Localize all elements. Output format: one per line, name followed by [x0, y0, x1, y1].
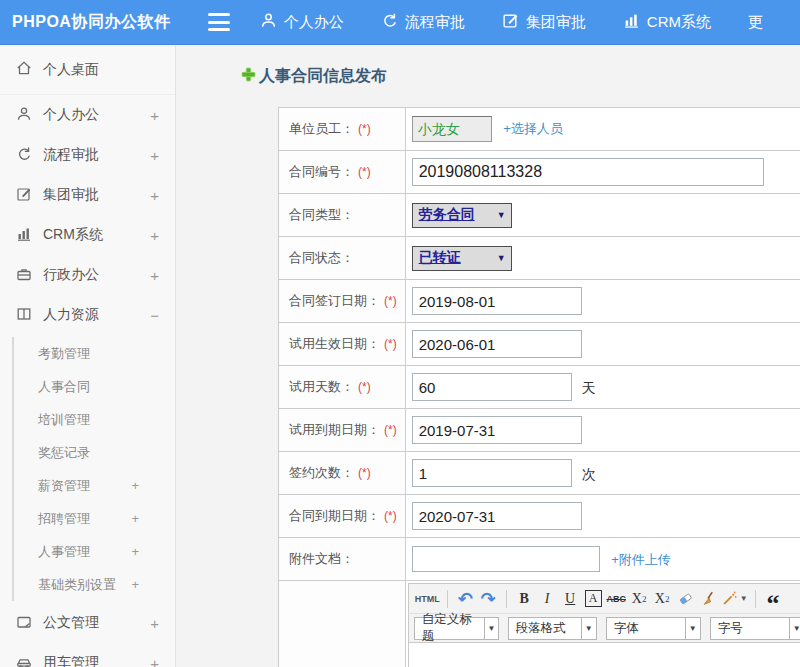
sidebar-item-workflow-approval[interactable]: 流程审批 + — [0, 135, 175, 175]
nav-crm-system[interactable]: CRM系统 — [623, 12, 711, 32]
strikethrough-button[interactable]: ABC — [606, 588, 627, 610]
field-label: 签约次数： — [289, 465, 354, 480]
select-person-link[interactable]: +选择人员 — [503, 121, 563, 136]
row-trial-start: 试用生效日期：(*) — [279, 323, 800, 366]
sidebar-subitem-base-category[interactable]: 基础类别设置 + — [14, 568, 175, 601]
toolbar-separator — [447, 590, 448, 608]
field-label: 合同签订日期： — [289, 293, 380, 308]
sidebar-subitem-personnel[interactable]: 人事管理 + — [14, 535, 175, 568]
row-editor: HTML ↶ ↷ B I U A ABC X2 X2 ▼ — [279, 581, 800, 667]
app-window: PHPOA协同办公软件 个人办公 流程审批 集团审批 CRM系统 更 — [0, 0, 800, 667]
toolbar-separator — [755, 590, 756, 608]
underline-button[interactable]: U — [560, 588, 581, 610]
user-icon — [260, 12, 284, 32]
sidebar-item-admin-office[interactable]: 行政办公 + — [0, 255, 175, 295]
row-trial-end: 试用到期日期：(*) — [279, 409, 800, 452]
contract-form: 单位员工：(*) 小龙女 +选择人员 合同编号：(*) 合同类型： 劳务合同 ▼ — [278, 107, 800, 667]
contract-status-select[interactable]: 已转证 ▼ — [412, 246, 512, 271]
sub-exp: 2 — [665, 594, 670, 604]
nav-label: 更 — [748, 13, 763, 32]
sidebar-subitem-attendance[interactable]: 考勤管理 — [14, 337, 175, 370]
menu-icon[interactable] — [208, 13, 229, 31]
nav-label: 个人办公 — [284, 13, 344, 32]
sidebar-hr-submenu: 考勤管理 人事合同 培训管理 奖惩记录 薪资管理 + 招聘管理 + 人事管理 + — [12, 337, 175, 601]
collapse-minus-icon[interactable]: − — [150, 307, 159, 324]
expand-plus-icon[interactable]: + — [150, 655, 159, 667]
expand-plus-icon[interactable]: + — [150, 147, 159, 164]
page-title: 人事合同信息发布 — [259, 66, 387, 87]
trial-days-input[interactable] — [412, 373, 572, 401]
attachment-upload-link[interactable]: +附件上传 — [611, 552, 671, 567]
sign-count-input[interactable] — [412, 459, 572, 487]
editor-content-area[interactable] — [408, 643, 800, 667]
eraser-icon[interactable] — [675, 588, 696, 610]
sidebar-item-hr[interactable]: 人力资源 − — [0, 295, 175, 335]
sidebar-subitem-training[interactable]: 培训管理 — [14, 403, 175, 436]
superscript-button[interactable]: X2 — [629, 588, 650, 610]
sidebar-item-official-doc[interactable]: 公文管理 + — [0, 603, 175, 643]
blockquote-button[interactable]: “ — [763, 588, 784, 610]
expand-plus-icon[interactable]: + — [131, 511, 139, 526]
nav-personal-office[interactable]: 个人办公 — [260, 12, 344, 32]
subscript-button[interactable]: X2 — [652, 588, 673, 610]
font-size-dropdown[interactable]: 字号 ▼ — [710, 617, 800, 640]
sidebar-item-personal-office[interactable]: 个人办公 + — [0, 95, 175, 135]
expand-plus-icon[interactable]: + — [150, 267, 159, 284]
sidebar-subitem-rewards[interactable]: 奖惩记录 — [14, 436, 175, 469]
unit-label: 次 — [582, 466, 596, 482]
sidebar-item-group-approval[interactable]: 集团审批 + — [0, 175, 175, 215]
sign-date-input[interactable] — [412, 287, 582, 315]
bold-button[interactable]: B — [514, 588, 535, 610]
field-label: 合同到期日期： — [289, 508, 380, 523]
expand-plus-icon[interactable]: + — [150, 187, 159, 204]
contract-end-input[interactable] — [412, 502, 582, 530]
custom-title-dropdown[interactable]: 自定义标题 ▼ — [414, 617, 499, 640]
font-color-button[interactable]: A — [583, 588, 604, 610]
paragraph-format-dropdown[interactable]: 段落格式 ▼ — [508, 617, 597, 640]
expand-plus-icon[interactable]: + — [131, 478, 139, 493]
trial-start-input[interactable] — [412, 330, 582, 358]
nav-workflow-approval[interactable]: 流程审批 — [381, 12, 465, 32]
editor-toolbar-row2: 自定义标题 ▼ 段落格式 ▼ 字体 ▼ 字号 ▼ — [408, 613, 800, 643]
italic-button[interactable]: I — [537, 588, 558, 610]
redo-icon[interactable]: ↷ — [478, 588, 499, 610]
contract-no-input[interactable] — [412, 158, 764, 186]
chart-icon — [16, 226, 43, 245]
undo-icon[interactable]: ↶ — [455, 588, 476, 610]
sidebar-subitem-hr-contract[interactable]: 人事合同 — [14, 370, 175, 403]
expand-plus-icon[interactable]: + — [150, 227, 159, 244]
dropdown-label: 字号 — [711, 618, 789, 639]
attachment-input[interactable] — [412, 546, 600, 572]
format-wand-icon[interactable]: ▼ — [721, 588, 748, 610]
clean-broom-icon[interactable] — [698, 588, 719, 610]
sidebar-subitem-label: 人事管理 — [38, 543, 90, 561]
sidebar-subitem-recruit[interactable]: 招聘管理 + — [14, 502, 175, 535]
expand-plus-icon[interactable]: + — [131, 544, 139, 559]
chevron-down-icon: ▼ — [497, 210, 506, 220]
html-source-button[interactable]: HTML — [415, 588, 440, 610]
add-plus-icon — [241, 67, 256, 86]
edit-icon — [502, 12, 526, 32]
sidebar-item-desktop[interactable]: 个人桌面 — [0, 45, 175, 95]
font-family-dropdown[interactable]: 字体 ▼ — [606, 617, 701, 640]
row-contract-end: 合同到期日期：(*) — [279, 495, 800, 538]
expand-plus-icon[interactable]: + — [131, 577, 139, 592]
trial-end-input[interactable] — [412, 416, 582, 444]
required-mark: (*) — [358, 466, 371, 480]
sidebar-item-vehicle[interactable]: 用车管理 + — [0, 643, 175, 667]
main-content: 人事合同信息发布 单位员工：(*) 小龙女 +选择人员 合同编号：(*) 合同类… — [177, 45, 800, 667]
user-icon — [16, 106, 43, 125]
required-mark: (*) — [384, 509, 397, 523]
nav-group-approval[interactable]: 集团审批 — [502, 12, 586, 32]
contract-type-select[interactable]: 劳务合同 ▼ — [412, 203, 512, 228]
chart-icon — [623, 12, 647, 32]
sidebar-subitem-salary[interactable]: 薪资管理 + — [14, 469, 175, 502]
field-label: 附件文档： — [289, 551, 354, 566]
expand-plus-icon[interactable]: + — [150, 107, 159, 124]
sidebar-subitem-label: 基础类别设置 — [38, 576, 116, 594]
expand-plus-icon[interactable]: + — [150, 615, 159, 632]
nav-more[interactable]: 更 — [748, 13, 763, 32]
sidebar-item-crm[interactable]: CRM系统 + — [0, 215, 175, 255]
top-header: PHPOA协同办公软件 个人办公 流程审批 集团审批 CRM系统 更 — [0, 0, 800, 45]
employee-value-box[interactable]: 小龙女 — [412, 116, 492, 142]
